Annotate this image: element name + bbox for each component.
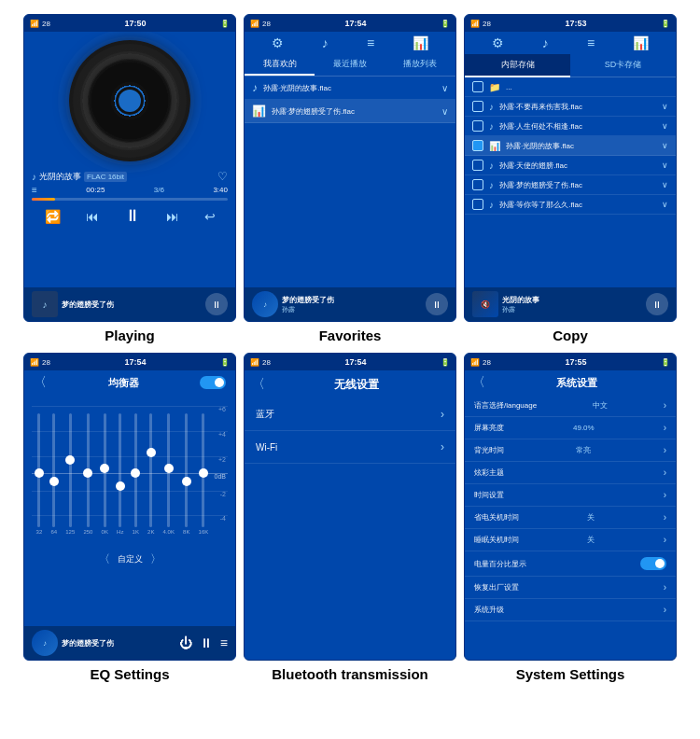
prev-button[interactable]: ⏮ — [86, 209, 99, 224]
eq-play-pause-button[interactable]: ⏸ — [200, 635, 213, 650]
np-title-fav: 梦的翅膀受了伤 — [282, 295, 422, 305]
tab-internal[interactable]: 内部存储 — [465, 54, 570, 77]
eq-slider-4k: 4.0K — [163, 413, 175, 535]
album-art-eq: ♪ — [32, 630, 58, 656]
playlist-icon[interactable]: ≡ — [367, 35, 374, 50]
file-checkbox-back[interactable] — [472, 81, 483, 92]
progress-bar-container[interactable] — [32, 198, 228, 201]
sys-item-language[interactable]: 语言选择/language 中文 › — [465, 395, 676, 417]
settings-icon[interactable]: ⚙ — [272, 35, 284, 50]
sys-item-theme[interactable]: 炫彩主题 › — [465, 462, 676, 484]
tab-sd[interactable]: SD卡存储 — [570, 54, 676, 77]
now-playing-bar-eq: ♪ 梦的翅膀受了伤 ⏻ ⏸ ≡ — [24, 626, 235, 660]
thumb-250[interactable] — [83, 468, 92, 478]
file-checkbox-4[interactable] — [472, 160, 483, 171]
chart-icon[interactable]: 📊 — [413, 35, 428, 50]
sys-item-sleep[interactable]: 睡眠关机时间 关 › — [465, 529, 676, 551]
eq-back-button[interactable]: 〈 — [34, 374, 47, 391]
thumb-hz[interactable] — [116, 481, 125, 491]
thumb-64[interactable] — [49, 477, 59, 486]
sys-label-battery-pct: 电量百分比显示 — [474, 559, 526, 569]
file-checkbox-2[interactable] — [472, 120, 483, 132]
sys-item-time[interactable]: 时间设置 › — [465, 484, 676, 507]
preset-prev-button[interactable]: 〈 — [99, 551, 110, 567]
thumb-8k[interactable] — [182, 477, 191, 486]
thumb-1k[interactable] — [131, 468, 140, 478]
eq-slider-hz: Hz — [117, 413, 123, 535]
playlist-icon-copy[interactable]: ≡ — [587, 35, 595, 50]
thumb-4k[interactable] — [164, 464, 174, 473]
bt-wifi-item[interactable]: Wi-Fi › — [245, 431, 455, 464]
freq-label-2k: 2K — [147, 529, 154, 535]
music-icon-f4: ♪ — [489, 160, 494, 171]
thumb-16k[interactable] — [199, 468, 208, 478]
tab-bar-favorites: 我喜欢的 最近播放 播放列表 — [245, 54, 455, 77]
music-icon[interactable]: ♪ — [322, 35, 329, 50]
pause-button[interactable]: ⏸ — [124, 206, 141, 226]
song-title-1: 孙露·光阴的故事.flac — [263, 83, 436, 93]
sys-value-poweroff: 关 — [587, 512, 595, 523]
file-checkbox-5[interactable] — [472, 179, 483, 190]
sys-item-brightness[interactable]: 屏幕亮度 49.0% › — [465, 417, 676, 439]
sys-item-poweroff[interactable]: 省电关机时间 关 › — [465, 507, 676, 529]
tab-recent[interactable]: 最近播放 — [315, 54, 385, 76]
album-art-icon-eq: ♪ — [43, 639, 47, 648]
file-checkbox-1[interactable] — [472, 101, 483, 112]
bt-wifi-arrow: › — [441, 440, 444, 453]
sys-item-backlight[interactable]: 背光时间 常亮 › — [465, 439, 676, 462]
signal-value: 28 — [483, 20, 491, 28]
np-pause-btn[interactable]: ⏸ — [205, 293, 228, 315]
sys-arrow-theme: › — [664, 467, 666, 478]
sys-item-upgrade[interactable]: 系统升级 › — [465, 599, 676, 621]
file-item-3[interactable]: 📊 孙露·光阴的故事.flac ∨ — [465, 136, 676, 156]
file-checkbox-6[interactable] — [472, 199, 483, 210]
tab-favorites[interactable]: 我喜欢的 — [245, 54, 315, 76]
thumb-32[interactable] — [35, 468, 44, 478]
next-button[interactable]: ⏭ — [166, 209, 179, 224]
thumb-0k[interactable] — [100, 464, 109, 473]
freq-label-hz: Hz — [117, 529, 123, 535]
preset-next-button[interactable]: 〉 — [150, 551, 161, 567]
tab-playlist[interactable]: 播放列表 — [385, 54, 455, 76]
eq-power-button[interactable]: ⏻ — [179, 635, 192, 650]
signal-value: 28 — [262, 358, 271, 367]
vinyl-grooves — [88, 59, 172, 143]
music-icon-copy[interactable]: ♪ — [542, 35, 549, 50]
vinyl-record — [69, 40, 190, 161]
sys-arrow-backlight: › — [664, 445, 666, 455]
sys-toggle-battery[interactable] — [640, 557, 666, 570]
song-item-2[interactable]: 📊 孙露·梦的翅膀受了伤.flac ∨ — [245, 100, 455, 123]
np-pause-btn-fav[interactable]: ⏸ — [426, 293, 448, 315]
file-item-5[interactable]: ♪ 孙露·梦的翅膀受了伤.flac ∨ — [465, 175, 676, 195]
chevron-f5: ∨ — [662, 180, 668, 189]
eq-slider-16k: 16K — [199, 413, 209, 535]
heart-icon[interactable]: ♡ — [217, 170, 228, 183]
sys-item-battery-pct[interactable]: 电量百分比显示 — [465, 551, 676, 577]
file-checkbox-3[interactable] — [472, 140, 483, 151]
bt-back-button[interactable]: 〈 — [252, 376, 265, 393]
time-display: 17:54 — [124, 357, 146, 367]
thumb-2k[interactable] — [147, 448, 156, 457]
eq-settings-button[interactable]: ≡ — [220, 635, 228, 650]
screens-grid: 📶 28 17:50 🔋 — [23, 14, 677, 682]
sys-item-factory[interactable]: 恢复出厂设置 › — [465, 577, 676, 599]
file-item-2[interactable]: ♪ 孙露·人生何处不相逢.flac ∨ — [465, 117, 676, 136]
thumb-125[interactable] — [65, 455, 75, 465]
back-button[interactable]: ↩ — [204, 209, 216, 224]
file-item-4[interactable]: ♪ 孙露·天使的翅膀.flac ∨ — [465, 156, 676, 175]
settings-icon-copy[interactable]: ⚙ — [492, 35, 504, 50]
file-item-6[interactable]: ♪ 孙露·等你等了那么久.flac ∨ — [465, 195, 676, 215]
file-item-1[interactable]: ♪ 孙露·不要再来伤害我.flac ∨ — [465, 97, 676, 117]
bt-bluetooth-item[interactable]: 蓝牙 › — [245, 398, 455, 431]
sys-arrow-sleep: › — [664, 535, 666, 545]
chevron-f1: ∨ — [662, 102, 668, 111]
screen-cell-copy: 📶 28 17:53 🔋 ⚙ ♪ ≡ 📊 内部存储 — [464, 14, 677, 343]
file-item-back[interactable]: 📁 ... — [465, 77, 676, 97]
freq-label-1k: 1K — [133, 529, 139, 535]
chart-icon-copy[interactable]: 📊 — [633, 35, 649, 50]
np-pause-btn-copy[interactable]: ⏸ — [646, 293, 668, 315]
repeat-button[interactable]: 🔁 — [45, 209, 61, 224]
song-item-1[interactable]: ♪ 孙露·光阴的故事.flac ∨ — [245, 77, 455, 100]
sys-back-button[interactable]: 〈 — [472, 374, 485, 391]
eq-toggle[interactable] — [200, 376, 226, 389]
